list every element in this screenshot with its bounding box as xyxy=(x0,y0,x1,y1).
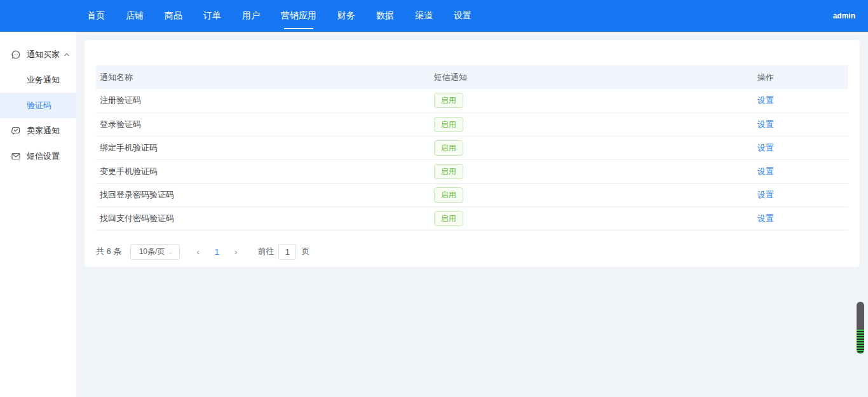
notification-name: 注册验证码 xyxy=(96,89,430,112)
scrollbar-thumb[interactable] xyxy=(857,302,864,354)
notification-name: 变更手机验证码 xyxy=(96,159,430,183)
setting-link[interactable]: 设置 xyxy=(757,190,774,199)
nav-items: 首页 店铺 商品 订单 用户 营销应用 财务 数据 渠道 设置 xyxy=(87,0,471,32)
setting-link[interactable]: 设置 xyxy=(757,166,774,176)
enable-button[interactable]: 启用 xyxy=(434,93,463,108)
table-row: 找回登录密码验证码 启用 设置 xyxy=(96,183,848,206)
table-header-row: 通知名称 短信通知 操作 xyxy=(96,65,848,89)
enable-button[interactable]: 启用 xyxy=(434,117,463,132)
page-size-select[interactable]: 10条/页 ˆ︎ xyxy=(130,244,180,260)
notification-table: 通知名称 短信通知 操作 注册验证码 启用 设置 登录验证码 启用 设置 xyxy=(96,65,848,231)
enable-button[interactable]: 启用 xyxy=(434,164,463,179)
nav-item-settings[interactable]: 设置 xyxy=(454,0,471,32)
mail-icon xyxy=(11,151,21,161)
scrollbar-thumb-stripes xyxy=(857,330,864,354)
nav-user-admin[interactable]: admin xyxy=(833,11,855,20)
pagination-total: 共 6 条 xyxy=(96,246,121,257)
sidebar-group-label: 通知买家 xyxy=(27,49,60,60)
chevron-down-icon: ˆ︎ xyxy=(170,248,172,255)
next-page-button[interactable]: › xyxy=(234,247,237,257)
nav-item-goods[interactable]: 商品 xyxy=(165,0,182,32)
table-row: 注册验证码 启用 设置 xyxy=(96,89,848,112)
page-size-value: 10条/页 xyxy=(139,246,165,257)
table-row: 绑定手机验证码 启用 设置 xyxy=(96,136,848,159)
main-content: 通知名称 短信通知 操作 注册验证码 启用 设置 登录验证码 启用 设置 xyxy=(76,32,868,397)
goto-page-input[interactable] xyxy=(278,244,296,260)
table-row: 找回支付密码验证码 启用 设置 xyxy=(96,206,848,230)
sidebar-item-seller-notify[interactable]: 卖家通知 xyxy=(0,118,76,144)
enable-button[interactable]: 启用 xyxy=(434,211,463,226)
pagination: 共 6 条 10条/页 ˆ︎ ‹ 1 › 前往 页 xyxy=(96,244,848,260)
nav-item-home[interactable]: 首页 xyxy=(87,0,105,32)
table-row: 登录验证码 启用 设置 xyxy=(96,112,848,136)
chat-check-icon xyxy=(11,126,21,136)
prev-page-button[interactable]: ‹ xyxy=(196,247,199,257)
column-header-action: 操作 xyxy=(754,65,848,89)
setting-link[interactable]: 设置 xyxy=(757,119,774,129)
column-header-sms: 短信通知 xyxy=(430,65,754,89)
enable-button[interactable]: 启用 xyxy=(434,140,463,156)
setting-link[interactable]: 设置 xyxy=(757,95,774,105)
scrollbar-thumb-top xyxy=(857,302,864,330)
notification-card: 通知名称 短信通知 操作 注册验证码 启用 设置 登录验证码 启用 设置 xyxy=(85,40,860,267)
nav-item-data[interactable]: 数据 xyxy=(376,0,394,32)
sidebar-item-label: 卖家通知 xyxy=(27,125,60,137)
page-unit-label: 页 xyxy=(301,246,309,257)
notification-name: 找回支付密码验证码 xyxy=(96,206,430,230)
sidebar-item-verify-code-selected[interactable]: 验证码 xyxy=(0,93,76,118)
sidebar-group-notify-buyer[interactable]: 通知买家 xyxy=(0,42,76,67)
sidebar: 通知买家 业务通知 验证码 卖家通知 短信设置 xyxy=(0,32,76,397)
sidebar-item-label: 短信设置 xyxy=(27,151,60,162)
table-row: 变更手机验证码 启用 设置 xyxy=(96,159,848,183)
notification-name: 绑定手机验证码 xyxy=(96,136,430,159)
goto-label: 前往 xyxy=(257,246,274,257)
current-page[interactable]: 1 xyxy=(215,247,219,257)
sidebar-item-business-notify[interactable]: 业务通知 xyxy=(0,67,76,93)
notification-name: 登录验证码 xyxy=(96,112,430,136)
nav-item-marketing-active[interactable]: 营销应用 xyxy=(281,0,316,32)
setting-link[interactable]: 设置 xyxy=(757,143,774,152)
setting-link[interactable]: 设置 xyxy=(757,213,774,223)
nav-item-shop[interactable]: 店铺 xyxy=(126,0,144,32)
column-header-name: 通知名称 xyxy=(96,65,430,89)
comment-icon xyxy=(11,50,21,60)
nav-item-channel[interactable]: 渠道 xyxy=(415,0,433,32)
chevron-up-icon xyxy=(64,51,70,58)
sidebar-item-sms-settings[interactable]: 短信设置 xyxy=(0,144,76,169)
enable-button[interactable]: 启用 xyxy=(434,187,463,203)
top-nav: 首页 店铺 商品 订单 用户 营销应用 财务 数据 渠道 设置 admin xyxy=(0,0,868,32)
nav-item-orders[interactable]: 订单 xyxy=(203,0,221,32)
notification-name: 找回登录密码验证码 xyxy=(96,183,430,206)
nav-item-users[interactable]: 用户 xyxy=(242,0,260,32)
nav-item-finance[interactable]: 财务 xyxy=(337,0,355,32)
